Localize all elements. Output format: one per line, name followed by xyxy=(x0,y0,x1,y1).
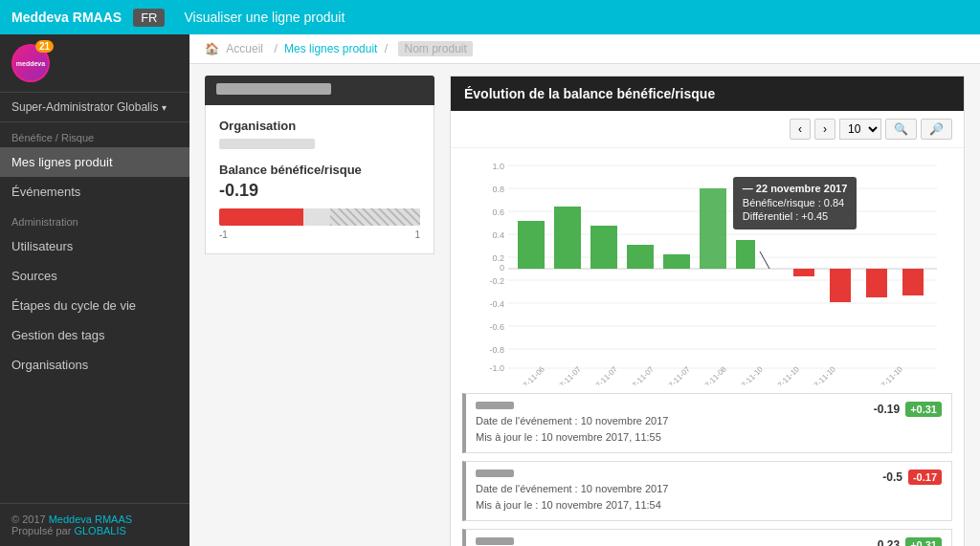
svg-text:1.0: 1.0 xyxy=(492,162,504,171)
logo-text: meddeva xyxy=(16,60,45,67)
sidebar-item-organisations[interactable]: Organisations xyxy=(0,350,189,380)
section-label-benefice: Bénéfice / Risque xyxy=(0,122,189,147)
event-right: -0.19 +0.31 xyxy=(874,402,942,417)
svg-text:2017-11-07: 2017-11-07 xyxy=(586,364,620,385)
event-right: 0.23 +0.31 xyxy=(878,537,942,546)
svg-line-29 xyxy=(760,251,769,269)
balance-bar-positive xyxy=(330,208,421,226)
chart-zoom-in-button[interactable]: 🔍 xyxy=(885,119,917,140)
chevron-down-icon: ▾ xyxy=(162,102,167,113)
breadcrumb-current: Nom produit xyxy=(398,41,472,56)
chart-next-button[interactable]: › xyxy=(814,119,835,140)
breadcrumb-products[interactable]: Mes lignes produit xyxy=(284,42,377,55)
bar-max-label: 1 xyxy=(414,229,420,240)
balance-label: Balance bénéfice/risque xyxy=(219,163,420,177)
event-text: Date de l'événement : 10 novembre 2017 M… xyxy=(476,481,882,513)
footer-copyright: © 2017 Meddeva RMAAS xyxy=(11,513,178,525)
footer-globalis-link[interactable]: GLOBALIS xyxy=(74,525,125,536)
svg-rect-28 xyxy=(736,240,755,269)
svg-text:2017-11-08: 2017-11-08 xyxy=(695,364,729,385)
chart-panel: Évolution de la balance bénéfice/risque … xyxy=(450,76,965,546)
svg-text:2017-11-06: 2017-11-06 xyxy=(513,364,547,385)
sidebar-item-etapes-cycle-vie[interactable]: Étapes du cycle de vie xyxy=(0,291,189,320)
sidebar-header: meddeva 21 xyxy=(0,34,189,93)
event-diff-badge: -0.17 xyxy=(908,470,942,485)
chart-zoom-select[interactable]: 10 20 50 xyxy=(839,119,881,140)
svg-rect-31 xyxy=(830,269,851,302)
sidebar-item-evenements[interactable]: Événements xyxy=(0,177,189,207)
chart-controls: ‹ › 10 20 50 🔍 🔎 xyxy=(451,111,964,148)
svg-text:0.2: 0.2 xyxy=(492,253,504,263)
svg-text:2017-11-07: 2017-11-07 xyxy=(549,364,584,385)
breadcrumb-home[interactable]: 🏠 Accueil xyxy=(205,42,267,55)
event-value: 0.23 xyxy=(878,538,900,546)
svg-text:-0.4: -0.4 xyxy=(489,299,504,309)
svg-rect-27 xyxy=(700,188,726,269)
svg-text:2017-11-07: 2017-11-07 xyxy=(658,364,693,385)
language-button[interactable]: FR xyxy=(133,9,165,27)
organisation-label: Organisation xyxy=(219,119,420,133)
avatar: meddeva 21 xyxy=(11,44,50,82)
svg-text:-0.2: -0.2 xyxy=(489,276,504,286)
username-label: Super-Administrator Globalis xyxy=(11,100,158,114)
svg-text:-0.6: -0.6 xyxy=(489,322,504,332)
breadcrumb-sep1: / xyxy=(274,42,277,55)
svg-text:0.4: 0.4 xyxy=(492,230,504,240)
balance-bar-negative xyxy=(219,208,303,226)
svg-text:0.8: 0.8 xyxy=(492,185,504,194)
event-tag xyxy=(476,402,514,409)
event-tag xyxy=(476,537,514,545)
sidebar-section-benefice: Bénéfice / Risque Mes lignes produit Évé… xyxy=(0,122,189,207)
sidebar-item-mes-lignes-produit[interactable]: Mes lignes produit xyxy=(0,147,189,177)
footer-brand-link[interactable]: Meddeva RMAAS xyxy=(49,513,132,525)
breadcrumb-sep2: / xyxy=(385,42,388,55)
sidebar-item-utilisateurs[interactable]: Utilisateurs xyxy=(0,231,189,261)
balance-bar xyxy=(219,208,420,226)
balance-value: -0.19 xyxy=(219,181,420,201)
chart-prev-button[interactable]: ‹ xyxy=(790,119,811,140)
event-diff-badge: +0.31 xyxy=(905,402,942,417)
svg-rect-25 xyxy=(627,245,654,269)
sidebar-footer: © 2017 Meddeva RMAAS Propulsé par GLOBAL… xyxy=(0,503,189,546)
organisation-value-placeholder xyxy=(219,139,315,149)
svg-text:-1.0: -1.0 xyxy=(489,363,504,373)
event-item: Date de l'événement : 10 novembre 2017 M… xyxy=(462,461,952,521)
event-diff-badge: +0.31 xyxy=(905,537,942,546)
sidebar-item-sources[interactable]: Sources xyxy=(0,261,189,291)
event-left: Date de l'événement : 10 novembre 2017 M… xyxy=(476,537,878,546)
navbar-brand: Meddeva RMAAS xyxy=(11,10,122,25)
events-section: Date de l'événement : 10 novembre 2017 M… xyxy=(451,393,964,546)
product-title-box xyxy=(205,76,434,105)
sidebar-user: Super-Administrator Globalis ▾ xyxy=(0,93,189,122)
main-content: 🏠 Accueil / Mes lignes produit / Nom pro… xyxy=(189,34,980,546)
navbar-title: Visualiser une ligne produit xyxy=(184,10,345,25)
svg-text:0.6: 0.6 xyxy=(492,207,504,217)
balance-bar-labels: -1 1 xyxy=(219,229,420,240)
layout: meddeva 21 Super-Administrator Globalis … xyxy=(0,34,980,546)
svg-text:2017-11-10: 2017-11-10 xyxy=(768,364,802,385)
breadcrumb: 🏠 Accueil / Mes lignes produit / Nom pro… xyxy=(189,34,980,64)
event-left: Date de l'événement : 10 novembre 2017 M… xyxy=(476,402,874,445)
section-label-administration: Administration xyxy=(0,207,189,231)
product-title-placeholder xyxy=(216,83,331,95)
event-left: Date de l'événement : 10 novembre 2017 M… xyxy=(476,470,882,513)
sidebar-item-gestion-tags[interactable]: Gestion des tags xyxy=(0,320,189,350)
event-text: Date de l'événement : 10 novembre 2017 M… xyxy=(476,413,874,445)
sidebar: meddeva 21 Super-Administrator Globalis … xyxy=(0,34,189,546)
chart-area: — 22 novembre 2017 Bénéfice/risque : 0.8… xyxy=(451,148,964,393)
info-panel: Organisation Balance bénéfice/risque -0.… xyxy=(205,105,434,254)
left-panel: Organisation Balance bénéfice/risque -0.… xyxy=(205,76,434,546)
event-item: Date de l'événement : 10 novembre 2017 M… xyxy=(462,529,952,546)
footer-powered: Propulsé par GLOBALIS xyxy=(11,525,178,536)
svg-rect-23 xyxy=(554,207,581,269)
svg-text:0: 0 xyxy=(500,263,504,273)
event-right: -0.5 -0.17 xyxy=(882,470,942,485)
chart-svg: 1.0 0.8 0.6 0.4 0.2 0 -0.2 -0.4 -0.6 -0.… xyxy=(462,156,952,385)
notification-badge: 21 xyxy=(35,40,54,53)
event-tag xyxy=(476,470,514,477)
svg-text:2017-11-07: 2017-11-07 xyxy=(622,364,657,385)
event-value: -0.5 xyxy=(882,470,902,484)
sidebar-section-admin: Administration Utilisateurs Sources Étap… xyxy=(0,207,189,380)
chart-zoom-out-button[interactable]: 🔎 xyxy=(921,119,952,140)
powered-by-label: Propulsé par xyxy=(11,525,71,536)
